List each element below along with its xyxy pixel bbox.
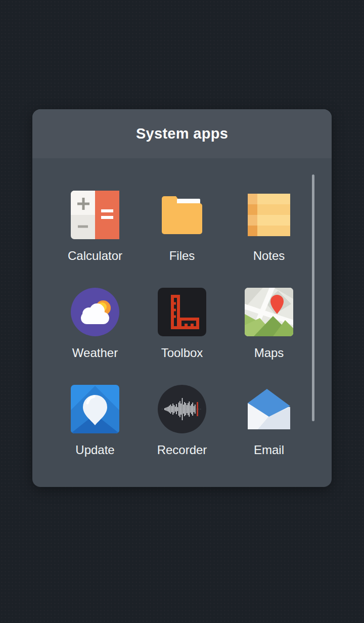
system-apps-folder-dialog: System apps Calculator <box>32 109 332 487</box>
maps-icon <box>245 288 293 336</box>
update-icon <box>71 385 119 433</box>
app-calculator[interactable]: Calculator <box>52 191 139 288</box>
app-notes[interactable]: Notes <box>225 191 312 288</box>
recorder-icon <box>158 385 206 433</box>
email-icon <box>245 385 293 433</box>
app-label: Recorder <box>157 443 207 457</box>
app-files[interactable]: Files <box>139 191 225 288</box>
app-label: Weather <box>72 346 118 360</box>
app-label: Update <box>75 443 114 457</box>
weather-icon <box>71 288 119 336</box>
app-label: Calculator <box>68 249 122 263</box>
app-toolbox[interactable]: Toolbox <box>139 288 225 385</box>
folder-header: System apps <box>32 109 332 158</box>
app-label: Maps <box>254 346 284 360</box>
app-email[interactable]: Email <box>225 385 312 482</box>
calculator-icon <box>71 191 119 239</box>
app-label: Files <box>169 249 195 263</box>
app-recorder[interactable]: Recorder <box>139 385 225 482</box>
app-label: Notes <box>253 249 285 263</box>
folder-title: System apps <box>136 125 228 142</box>
app-label: Email <box>254 443 284 457</box>
app-grid: Calculator Files <box>32 158 332 482</box>
files-icon <box>158 191 206 239</box>
toolbox-icon <box>158 288 206 336</box>
notes-icon <box>245 191 293 239</box>
app-weather[interactable]: Weather <box>52 288 139 385</box>
scrollbar-thumb[interactable] <box>312 174 314 421</box>
app-label: Toolbox <box>161 346 203 360</box>
app-maps[interactable]: Maps <box>225 288 312 385</box>
app-update[interactable]: Update <box>52 385 139 482</box>
